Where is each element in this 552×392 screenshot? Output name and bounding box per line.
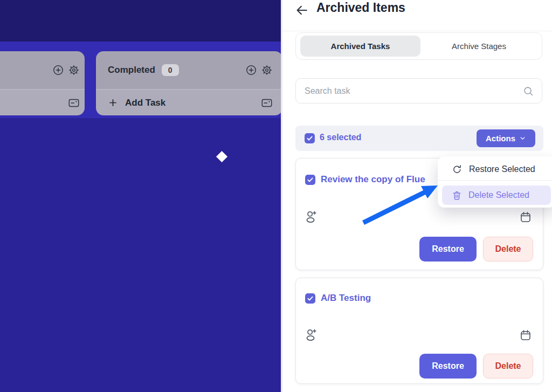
card-note-icon[interactable] bbox=[261, 97, 273, 109]
panel-header: Archived Items bbox=[282, 0, 552, 31]
actions-dropdown-menu: Restore Selected Delete Selected bbox=[438, 156, 552, 208]
task-title[interactable]: A/B Testing bbox=[321, 293, 371, 304]
task-count-badge: 0 bbox=[162, 64, 179, 76]
task-checkbox[interactable] bbox=[305, 175, 315, 185]
menu-item-label: Delete Selected bbox=[468, 190, 529, 200]
kanban-column-completed: Completed 0 Add Task bbox=[96, 51, 282, 115]
plus-icon bbox=[108, 98, 118, 108]
person-plus-icon[interactable] bbox=[305, 210, 319, 224]
delete-button[interactable]: Delete bbox=[483, 237, 533, 262]
card-note-icon[interactable] bbox=[68, 97, 80, 109]
circle-plus-icon[interactable] bbox=[52, 64, 64, 76]
restore-button[interactable]: Restore bbox=[419, 354, 477, 379]
column-header bbox=[0, 51, 85, 89]
add-task-label: Add Task bbox=[125, 98, 165, 108]
add-task-row: Add Task bbox=[96, 89, 282, 115]
search-input[interactable] bbox=[296, 79, 542, 103]
column-subheader bbox=[0, 89, 85, 115]
board-top-band bbox=[0, 0, 281, 42]
refresh-icon bbox=[452, 164, 463, 175]
gear-icon[interactable] bbox=[261, 64, 273, 76]
search-box bbox=[295, 78, 542, 104]
person-plus-icon[interactable] bbox=[305, 328, 319, 342]
gear-icon[interactable] bbox=[68, 64, 80, 76]
column-title: Completed bbox=[108, 65, 155, 75]
actions-button[interactable]: Actions bbox=[477, 129, 535, 147]
back-arrow-icon[interactable] bbox=[294, 3, 309, 18]
archived-task-card: A/B Testing Restore Delete bbox=[295, 278, 543, 384]
task-checkbox[interactable] bbox=[305, 293, 315, 304]
tab-archived-tasks[interactable]: Archived Tasks bbox=[300, 36, 420, 57]
page-title: Archived Items bbox=[316, 1, 405, 15]
column-header: Completed 0 bbox=[96, 51, 282, 89]
tab-group: Archived Tasks Archive Stages bbox=[295, 32, 542, 60]
menu-separator bbox=[438, 180, 552, 181]
tab-archive-stages[interactable]: Archive Stages bbox=[420, 36, 537, 57]
trash-icon bbox=[452, 190, 462, 201]
menu-item-delete-selected[interactable]: Delete Selected bbox=[442, 185, 551, 205]
search-icon bbox=[522, 85, 534, 97]
actions-button-label: Actions bbox=[486, 134, 515, 143]
app-screenshot: Completed 0 Add Task bbox=[0, 0, 552, 392]
task-title[interactable]: Review the copy of Flue bbox=[321, 174, 425, 185]
menu-item-restore-selected[interactable]: Restore Selected bbox=[438, 160, 552, 179]
select-all-checkbox[interactable] bbox=[305, 133, 315, 143]
restore-button[interactable]: Restore bbox=[419, 237, 477, 262]
menu-item-label: Restore Selected bbox=[469, 164, 535, 174]
kanban-board: Completed 0 Add Task bbox=[0, 0, 281, 392]
calendar-icon[interactable] bbox=[519, 211, 532, 224]
chevron-down-icon bbox=[519, 135, 526, 142]
selection-bar: 6 selected Actions bbox=[295, 126, 543, 151]
add-task-button[interactable]: Add Task bbox=[108, 90, 165, 115]
kanban-column-left bbox=[0, 51, 85, 115]
circle-plus-icon[interactable] bbox=[245, 64, 257, 76]
delete-button[interactable]: Delete bbox=[483, 354, 533, 379]
selected-count-label: 6 selected bbox=[320, 133, 361, 142]
calendar-icon[interactable] bbox=[519, 329, 532, 342]
